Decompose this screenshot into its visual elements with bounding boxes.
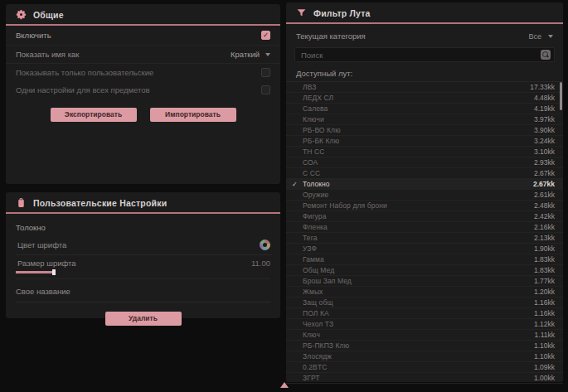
setting-row-only-custom: Показывать только пользовательские xyxy=(6,64,280,81)
custom-panel-header: Пользовательские Настройки xyxy=(6,192,280,214)
chevron-down-icon xyxy=(548,35,553,38)
font-size-slider[interactable] xyxy=(16,271,270,279)
gear-icon xyxy=(16,9,27,20)
only-custom-checkbox[interactable] xyxy=(261,68,270,77)
custom-settings-panel: Пользовательские Настройки Толокно Цвет … xyxy=(6,192,280,318)
font-size-row: Размер шрифта 11.00 xyxy=(16,255,272,269)
enable-checkbox[interactable] xyxy=(261,31,270,40)
item-name: Злосядж xyxy=(303,352,534,361)
item-value: 1.77kk xyxy=(534,277,555,285)
list-item[interactable]: ПОЛ КА 1.16kk xyxy=(286,308,563,319)
color-palette-icon[interactable] xyxy=(260,240,270,250)
collapse-arrow-icon[interactable] xyxy=(280,382,289,388)
custom-name-label: Свое название xyxy=(16,287,70,296)
list-item[interactable]: УЗФ 1.90kk xyxy=(286,244,563,254)
item-name: Брош Зап Мед xyxy=(303,277,534,285)
list-item[interactable]: Злосядж 1.10kk xyxy=(286,351,563,362)
item-value: 2.61kk xyxy=(534,191,555,199)
general-settings-panel: Общие Включить Показать имя как Краткий … xyxy=(6,4,280,184)
item-name: Фигура xyxy=(303,212,534,220)
delete-button[interactable]: Удалить xyxy=(105,312,182,326)
only-custom-label: Показывать только пользовательские xyxy=(16,68,153,77)
list-item[interactable]: Ремонт Набор для брони 2.48kk xyxy=(286,201,563,211)
item-value: 3.24kk xyxy=(534,137,555,145)
check-icon: ✓ xyxy=(292,181,303,188)
font-size-value: 11.00 xyxy=(251,259,270,268)
list-item[interactable]: Фленка 2.16kk xyxy=(286,222,563,233)
font-size-slider-fill xyxy=(16,271,54,273)
selected-item-name: Толокно xyxy=(6,214,280,236)
item-value: 1.20kk xyxy=(534,288,555,296)
item-name: Оружие xyxy=(303,191,534,199)
item-name: Салева xyxy=(303,104,534,113)
list-item[interactable]: РБ-ВО Клю 3.90kk xyxy=(286,125,563,136)
list-item[interactable]: Салева 4.19kk xyxy=(286,104,563,114)
list-item[interactable]: РБ-БК Клю 3.24kk xyxy=(286,136,563,147)
list-item[interactable]: Общ Мед 1.83kk xyxy=(286,265,563,276)
category-select[interactable]: Все xyxy=(528,32,553,41)
search-icon[interactable] xyxy=(541,50,551,60)
list-item[interactable]: 0.2BTC 1.09kk xyxy=(286,362,563,373)
list-item[interactable]: С СС 2.67kk xyxy=(286,168,563,179)
item-name: СОА xyxy=(303,158,534,167)
search-placeholder: Поиск xyxy=(301,51,323,60)
item-value: 17.33kk xyxy=(530,83,555,91)
loot-filter-panel: Фильтр Лута Текущая категория Все Поиск … xyxy=(286,2,563,382)
item-value: 4.48kk xyxy=(534,94,555,102)
list-item[interactable]: Чехол ТЗ 1.12kk xyxy=(286,319,563,330)
same-settings-checkbox[interactable] xyxy=(261,85,270,94)
font-color-row: Цвет шрифта xyxy=(16,236,272,255)
item-value: 1.11kk xyxy=(535,331,555,339)
list-item[interactable]: ЗГРТ 1.00kk xyxy=(286,373,563,384)
item-value: 2.67kk xyxy=(534,169,555,177)
item-value: 1.90kk xyxy=(534,244,555,253)
list-item[interactable]: Гамма 1.83kk xyxy=(286,254,563,265)
item-name: Жмых xyxy=(303,288,534,296)
list-item[interactable]: ✓ Толокно 2.67kk xyxy=(286,179,563,190)
name-mode-select[interactable]: Краткий xyxy=(231,50,270,59)
item-name: УЗФ xyxy=(303,244,534,253)
list-item[interactable]: СОА 2.93kk xyxy=(286,157,563,168)
filter-panel-header: Фильтр Лута xyxy=(286,2,563,24)
item-value: 3.10kk xyxy=(534,148,555,156)
list-item[interactable]: Жмых 1.20kk xyxy=(286,287,563,298)
search-input[interactable]: Поиск xyxy=(294,47,555,62)
import-button[interactable]: Импортировать xyxy=(150,108,236,122)
item-value: 2.67kk xyxy=(533,180,555,188)
list-item[interactable]: Ключ 1.11kk xyxy=(286,330,563,341)
custom-name-field[interactable]: Свое название xyxy=(16,284,270,302)
list-item[interactable]: Тега 2.13kk xyxy=(286,233,563,244)
item-value: 4.19kk xyxy=(534,104,555,113)
list-item[interactable]: Брош Зап Мед 1.77kk xyxy=(286,276,563,287)
item-name: РБ-БК Клю xyxy=(303,137,534,145)
category-value: Все xyxy=(528,32,541,41)
list-item[interactable]: ТН СС 3.10kk xyxy=(286,147,563,157)
item-name: Ремонт Набор для брони xyxy=(303,201,534,210)
category-row: Текущая категория Все xyxy=(286,24,563,46)
item-name: РБ-ВО Клю xyxy=(303,126,534,134)
category-label: Текущая категория xyxy=(296,31,366,41)
export-import-row: Экспортировать Импортировать xyxy=(6,108,280,122)
list-item[interactable]: ЛВЗ 17.33kk xyxy=(286,82,563,93)
item-name: Общ Мед xyxy=(303,266,534,274)
list-item[interactable]: Оружие 2.61kk xyxy=(286,190,563,201)
item-value: 2.93kk xyxy=(534,158,555,167)
font-size-label: Размер шрифта xyxy=(17,259,76,268)
same-settings-label: Одни настройки для всех предметов xyxy=(16,85,150,94)
export-button[interactable]: Экспортировать xyxy=(51,108,137,122)
list-item[interactable]: Фигура 2.42kk xyxy=(286,211,563,222)
item-name: Защ общ xyxy=(303,298,534,307)
item-value: 1.16kk xyxy=(534,309,555,317)
list-item[interactable]: РБ-ПКПЗ Клю 1.10kk xyxy=(286,341,563,351)
list-item[interactable]: Защ общ 1.16kk xyxy=(286,298,563,308)
item-value: 1.83kk xyxy=(534,255,555,264)
item-value: 2.13kk xyxy=(534,234,555,242)
general-panel-title: Общие xyxy=(33,10,64,20)
item-name: ЛЕДХ СЛ xyxy=(303,94,534,102)
item-value: 3.97kk xyxy=(534,115,555,123)
enable-label: Включить xyxy=(16,31,51,40)
scrollbar[interactable] xyxy=(560,82,562,110)
list-item[interactable]: Ключи 3.97kk xyxy=(286,114,563,125)
list-item[interactable]: ЛЕДХ СЛ 4.48kk xyxy=(286,93,563,104)
setting-row-name-mode: Показать имя как Краткий xyxy=(6,46,280,64)
